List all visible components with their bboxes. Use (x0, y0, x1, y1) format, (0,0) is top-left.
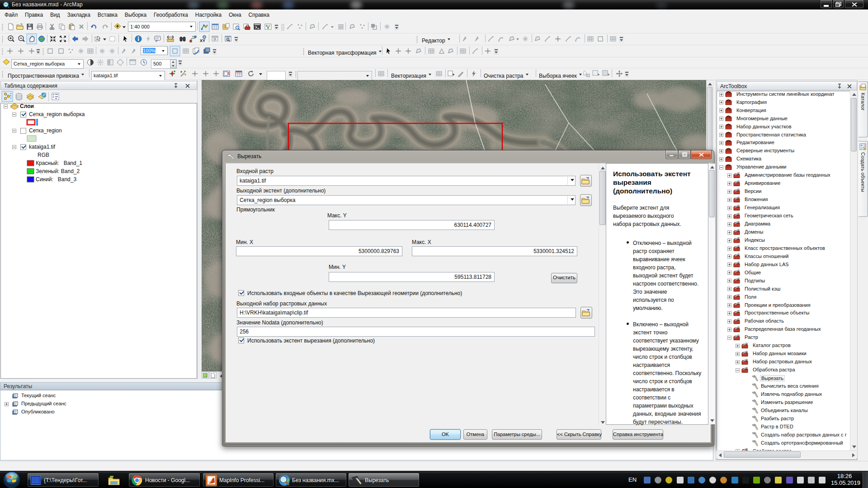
svg-text:XY: XY (200, 38, 205, 43)
